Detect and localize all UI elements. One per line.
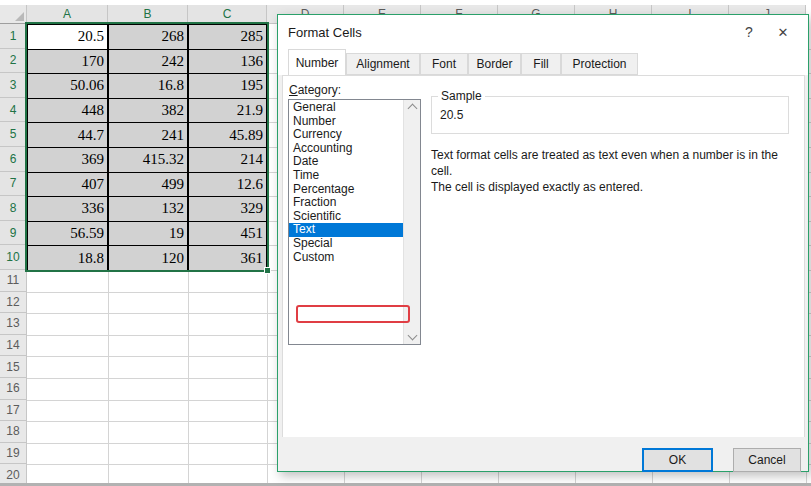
row-header-2[interactable]: 2	[0, 49, 27, 74]
category-item-date[interactable]: Date	[289, 155, 403, 169]
cell-C5[interactable]: 45.89	[188, 122, 267, 148]
row-header-6[interactable]: 6	[0, 147, 27, 172]
tab-border[interactable]: Border	[468, 53, 521, 75]
sample-label: Sample	[438, 89, 485, 103]
row-header-1[interactable]: 1	[0, 24, 27, 49]
cell-B2[interactable]: 242	[108, 49, 188, 75]
excel-screen: ABCDEFGHIJ123456789101112131415161718192…	[0, 0, 811, 486]
cell-A2[interactable]: 170	[27, 49, 108, 75]
cell-B1[interactable]: 268	[108, 24, 188, 50]
select-all-triangle-icon	[15, 12, 24, 21]
scroll-up-icon[interactable]	[408, 104, 418, 114]
tab-font[interactable]: Font	[420, 53, 468, 75]
category-item-time[interactable]: Time	[289, 169, 403, 183]
tab-alignment[interactable]: Alignment	[346, 53, 420, 75]
category-item-special[interactable]: Special	[289, 237, 403, 251]
cell-C9[interactable]: 451	[188, 221, 267, 247]
row-header-7[interactable]: 7	[0, 172, 27, 197]
category-listbox: GeneralNumberCurrencyAccountingDateTimeP…	[288, 99, 421, 345]
dialog-title: Format Cells	[288, 25, 362, 40]
cell-B6[interactable]: 415.32	[108, 147, 188, 173]
row-header-19[interactable]: 19	[0, 443, 27, 465]
cell-C4[interactable]: 21.9	[188, 98, 267, 124]
category-label: Category:	[289, 83, 341, 97]
category-item-general[interactable]: General	[289, 101, 403, 115]
cell-A10[interactable]: 18.8	[27, 245, 108, 271]
cell-A9[interactable]: 56.59	[27, 221, 108, 247]
cell-A8[interactable]: 336	[27, 196, 108, 222]
cell-A4[interactable]: 448	[27, 98, 108, 124]
row-header-14[interactable]: 14	[0, 335, 27, 357]
cell-C10[interactable]: 361	[188, 245, 267, 271]
cell-C2[interactable]: 136	[188, 49, 267, 75]
category-item-scientific[interactable]: Scientific	[289, 210, 403, 224]
category-item-percentage[interactable]: Percentage	[289, 183, 403, 197]
format-description: Text format cells are treated as text ev…	[431, 147, 796, 195]
cell-B8[interactable]: 132	[108, 196, 188, 222]
cancel-button[interactable]: Cancel	[733, 448, 801, 472]
row-header-9[interactable]: 9	[0, 221, 27, 246]
cell-C1[interactable]: 285	[188, 24, 267, 50]
dialog-tab-strip: NumberAlignmentFontBorderFillProtection	[278, 49, 808, 75]
category-scrollbar[interactable]	[403, 100, 420, 344]
row-header-15[interactable]: 15	[0, 356, 27, 378]
cell-C8[interactable]: 329	[188, 196, 267, 222]
row-header-16[interactable]: 16	[0, 378, 27, 400]
row-header-11[interactable]: 11	[0, 270, 27, 292]
sample-groupbox: Sample 20.5	[431, 96, 789, 134]
row-header-17[interactable]: 17	[0, 400, 27, 422]
tab-protection[interactable]: Protection	[561, 53, 638, 75]
cell-B3[interactable]: 16.8	[108, 73, 188, 99]
row-header-4[interactable]: 4	[0, 98, 27, 123]
cell-C6[interactable]: 214	[188, 147, 267, 173]
cell-A1[interactable]: 20.5	[27, 24, 108, 50]
column-header-a[interactable]: A	[27, 5, 108, 24]
tab-fill[interactable]: Fill	[521, 53, 561, 75]
cell-B4[interactable]: 382	[108, 98, 188, 124]
select-all-corner[interactable]	[0, 5, 27, 24]
gridline-vertical	[267, 24, 268, 486]
cell-B5[interactable]: 241	[108, 122, 188, 148]
category-list-items: GeneralNumberCurrencyAccountingDateTimeP…	[289, 101, 403, 344]
row-header-3[interactable]: 3	[0, 73, 27, 98]
cell-C7[interactable]: 12.6	[188, 172, 267, 198]
close-icon[interactable]: ✕	[770, 20, 796, 44]
column-header-c[interactable]: C	[188, 5, 267, 24]
row-header-13[interactable]: 13	[0, 313, 27, 335]
scroll-down-icon[interactable]	[408, 331, 418, 341]
dialog-title-bar[interactable]: Format Cells ? ✕	[278, 15, 808, 49]
row-header-5[interactable]: 5	[0, 122, 27, 147]
cell-A3[interactable]: 50.06	[27, 73, 108, 99]
row-header-10[interactable]: 10	[0, 245, 27, 270]
cell-B10[interactable]: 120	[108, 245, 188, 271]
cell-B9[interactable]: 19	[108, 221, 188, 247]
category-item-currency[interactable]: Currency	[289, 128, 403, 142]
cell-C3[interactable]: 195	[188, 73, 267, 99]
category-item-custom[interactable]: Custom	[289, 251, 403, 265]
category-item-accounting[interactable]: Accounting	[289, 142, 403, 156]
ok-button[interactable]: OK	[642, 448, 713, 472]
cell-B7[interactable]: 499	[108, 172, 188, 198]
help-icon[interactable]: ?	[736, 20, 762, 44]
cell-A6[interactable]: 369	[27, 147, 108, 173]
cell-A5[interactable]: 44.7	[27, 122, 108, 148]
selection-fill-handle[interactable]	[264, 267, 271, 274]
category-item-fraction[interactable]: Fraction	[289, 196, 403, 210]
row-header-12[interactable]: 12	[0, 292, 27, 314]
sample-value: 20.5	[440, 108, 463, 122]
cell-A7[interactable]: 407	[27, 172, 108, 198]
tab-number[interactable]: Number	[288, 49, 346, 75]
column-header-b[interactable]: B	[108, 5, 188, 24]
format-cells-dialog: Format Cells ? ✕ NumberAlignmentFontBord…	[277, 14, 809, 472]
category-item-number[interactable]: Number	[289, 115, 403, 129]
category-item-text[interactable]: Text	[289, 223, 403, 237]
row-header-18[interactable]: 18	[0, 421, 27, 443]
dialog-button-strip	[279, 437, 808, 470]
row-header-8[interactable]: 8	[0, 196, 27, 221]
